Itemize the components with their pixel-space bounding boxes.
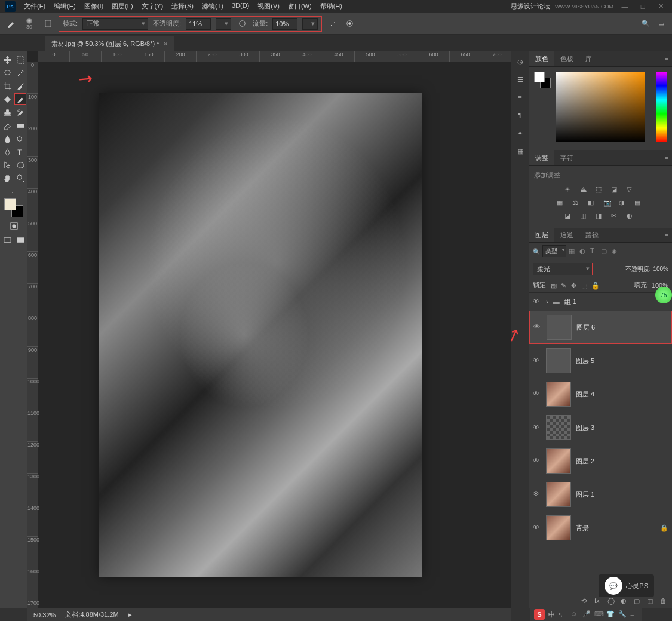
layer-name[interactable]: 图层 6 [576,323,595,332]
visibility-icon[interactable]: 👁 [533,297,541,306]
path-select-tool[interactable] [1,159,13,171]
info-panel-icon[interactable]: ≡ [515,92,526,103]
gradient-tool[interactable] [14,119,26,131]
history-panel-icon[interactable]: ◷ [515,56,526,67]
menu-select[interactable]: 选择(S) [168,1,197,12]
new-layer-icon[interactable]: ◫ [647,597,655,605]
stamp-tool[interactable] [1,106,13,118]
layer-name[interactable]: 图层 2 [576,457,594,466]
hue-slider[interactable] [656,72,667,142]
maximize-icon[interactable]: □ [636,2,649,11]
lock-all-icon[interactable]: 🔒 [591,282,599,289]
menu-image[interactable]: 图像(I) [81,1,107,12]
marquee-tool[interactable] [14,54,26,66]
pen-tool[interactable] [1,146,13,158]
color-swatches[interactable] [4,198,23,217]
tab-paths[interactable]: 路径 [579,228,605,242]
pressure-size-icon[interactable] [343,18,355,30]
panel-menu-icon[interactable]: ≡ [661,51,672,66]
panel-menu-icon[interactable]: ≡ [661,150,672,165]
ime-lang[interactable]: 中 [548,610,555,619]
menu-filter[interactable]: 滤镜(T) [198,1,227,12]
color-field[interactable] [556,72,645,142]
document-tab[interactable]: 素材.jpg @ 50.3% (图层 6, RGB/8*) * ✕ [45,36,174,51]
ime-menu-icon[interactable]: ≡ [630,610,639,619]
visibility-icon[interactable]: 👁 [533,524,541,532]
layer-row[interactable]: 👁图层 6 [529,310,672,344]
layer-thumbnail[interactable] [546,415,571,440]
menu-layer[interactable]: 图层(L) [108,1,136,12]
filter-adjust-icon[interactable]: ◐ [579,247,588,256]
canvas-area[interactable]: 0501001502002503003504004505005506006507… [27,51,511,608]
tool-preset-icon[interactable] [5,18,17,30]
lock-artboard-icon[interactable]: ⬚ [581,282,588,289]
tab-character[interactable]: 字符 [554,150,579,165]
filter-smart-icon[interactable]: ◈ [612,247,620,256]
mask-icon[interactable]: ◯ [607,597,616,605]
blur-tool[interactable] [1,133,13,145]
lock-paint-icon[interactable]: ✎ [561,282,568,289]
posterize-icon[interactable]: ◫ [580,212,591,220]
layer-row[interactable]: 👁图层 5 [529,344,672,377]
tab-libraries[interactable]: 库 [579,51,598,66]
levels-icon[interactable]: ⛰ [580,186,591,194]
filter-shape-icon[interactable]: ▢ [601,247,609,256]
tab-swatches[interactable]: 色板 [554,51,579,66]
visibility-icon[interactable]: 👁 [533,390,541,398]
gradient-map-icon[interactable]: ✉ [611,212,622,220]
blend-mode-select[interactable]: 柔光 [533,263,593,275]
ime-skin-icon[interactable]: 👕 [606,610,615,619]
menu-view[interactable]: 视图(V) [254,1,283,12]
visibility-icon[interactable]: 👁 [533,356,541,365]
zoom-tool[interactable] [14,172,26,184]
layer-row[interactable]: 👁图层 4 [529,377,672,411]
threshold-icon[interactable]: ◨ [596,212,606,220]
selective-icon[interactable]: ◐ [627,212,637,220]
layer-thumbnail[interactable] [546,348,571,373]
layer-thumbnail[interactable] [546,482,571,507]
layer-thumbnail[interactable] [546,515,571,540]
lut-icon[interactable]: ▤ [634,199,645,207]
tab-adjustments[interactable]: 调整 [529,150,554,165]
ime-keyboard-icon[interactable]: ⌨ [594,610,603,619]
search-icon[interactable]: 🔍 [640,18,652,30]
visibility-icon[interactable]: 👁 [533,423,541,432]
layer-thumbnail[interactable] [546,382,571,407]
layer-name[interactable]: 组 1 [564,297,576,306]
layer-opacity-value[interactable]: 100% [653,266,668,272]
opacity-input[interactable]: 11% [186,18,211,30]
filter-type-icon[interactable]: T [590,247,599,256]
flow-input[interactable]: 10% [272,18,297,30]
minimize-icon[interactable]: — [618,2,631,11]
vibrance-icon[interactable]: ▽ [627,186,637,194]
history-brush-tool[interactable] [14,106,26,118]
layer-row[interactable]: 👁›▬组 1 [529,293,672,310]
eyedropper-tool[interactable] [14,80,26,92]
menu-edit[interactable]: 编辑(E) [50,1,79,12]
layer-name[interactable]: 图层 5 [576,356,594,365]
visibility-icon[interactable]: 👁 [533,490,541,499]
airbrush-icon[interactable] [327,18,339,30]
foreground-swatch[interactable] [4,198,16,210]
move-tool[interactable] [1,54,13,66]
menu-type[interactable]: 文字(Y) [138,1,167,12]
bw-icon[interactable]: ◧ [588,199,599,207]
lock-pos-icon[interactable]: ✥ [571,282,578,289]
ime-emoji-icon[interactable]: ☺ [570,610,579,619]
flow-dropdown[interactable] [302,18,318,30]
lock-trans-icon[interactable]: ▨ [551,282,558,289]
opacity-dropdown[interactable] [216,18,231,30]
dodge-tool[interactable] [14,133,26,145]
crop-tool[interactable] [1,80,13,92]
eraser-tool[interactable] [1,119,13,131]
canvas-image[interactable] [99,93,422,577]
layer-row[interactable]: 👁图层 1 [529,478,672,511]
close-icon[interactable]: ✕ [654,2,667,11]
ime-logo-icon[interactable]: S [534,609,545,620]
layer-thumbnail[interactable] [546,448,571,474]
menu-file[interactable]: 文件(F) [20,1,49,12]
tab-color[interactable]: 颜色 [529,51,554,66]
wand-tool[interactable] [14,67,26,79]
properties-panel-icon[interactable]: ☰ [515,74,526,85]
brushes-panel-icon[interactable]: ✦ [515,128,526,139]
